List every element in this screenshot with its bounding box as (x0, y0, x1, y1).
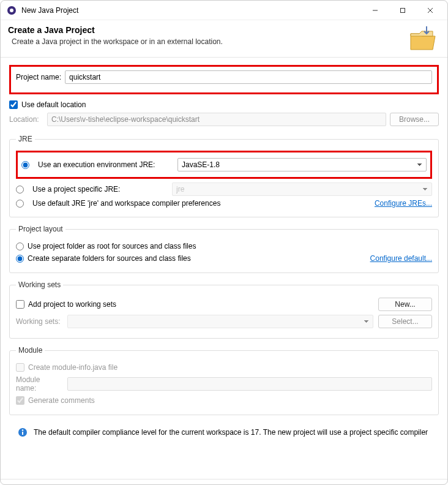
close-button[interactable] (416, 2, 444, 19)
module-name-label: Module name: (16, 375, 62, 393)
layout-root-radio[interactable] (16, 242, 24, 250)
project-name-highlight: Project name: (9, 65, 439, 94)
module-group: Module Create module-info.java file Modu… (9, 346, 439, 415)
working-sets-select (67, 315, 373, 328)
info-message-text: The default compiler compliance level fo… (34, 428, 428, 437)
layout-root-label: Use project folder as root for sources a… (28, 242, 196, 250)
svg-point-1 (10, 9, 13, 12)
app-icon (7, 6, 17, 15)
project-jre-radio[interactable] (16, 186, 24, 194)
exec-env-select[interactable]: JavaSE-1.8 (177, 158, 427, 171)
maximize-button[interactable] (389, 2, 416, 19)
create-module-info-checkbox (16, 363, 24, 372)
new-working-set-button[interactable]: New... (378, 298, 432, 311)
project-name-label: Project name: (16, 73, 61, 81)
default-jre-label: Use default JRE 'jre' and workspace comp… (32, 199, 220, 208)
svg-point-8 (22, 429, 23, 430)
project-layout-group: Project layout Use project folder as roo… (9, 225, 439, 273)
module-name-input (67, 377, 432, 391)
project-name-input[interactable] (65, 70, 432, 84)
layout-separate-label: Create separate folders for sources and … (28, 254, 191, 263)
svg-rect-3 (400, 8, 405, 12)
svg-rect-7 (22, 432, 23, 435)
jre-group: JRE Use an execution environment JRE: Ja… (9, 135, 439, 217)
working-sets-group: Working sets Add project to working sets… (9, 280, 439, 339)
window-title: New Java Project (21, 6, 361, 15)
working-sets-legend: Working sets (16, 280, 63, 289)
project-jre-label: Use a project specific JRE: (32, 185, 167, 194)
use-default-location-checkbox[interactable] (9, 100, 18, 109)
location-input (47, 113, 386, 126)
exec-env-radio[interactable] (21, 161, 29, 169)
title-bar: New Java Project (1, 1, 447, 20)
info-message-row: The default compiler compliance level fo… (9, 423, 439, 442)
use-default-location-label: Use default location (21, 100, 86, 109)
page-title: Create a Java Project (8, 25, 408, 35)
project-layout-legend: Project layout (16, 225, 65, 233)
configure-jres-link[interactable]: Configure JREs... (375, 199, 432, 208)
layout-separate-radio[interactable] (16, 255, 24, 263)
select-working-set-button: Select... (378, 315, 432, 328)
add-working-sets-label: Add project to working sets (28, 300, 116, 309)
module-legend: Module (16, 346, 45, 355)
wizard-header: Create a Java Project Create a Java proj… (1, 20, 447, 58)
location-label: Location: (9, 115, 43, 124)
add-working-sets-checkbox[interactable] (16, 300, 24, 309)
minimize-button[interactable] (361, 2, 389, 19)
configure-default-link[interactable]: Configure default... (370, 254, 432, 263)
generate-comments-label: Generate comments (28, 396, 95, 405)
browse-button: Browse... (390, 113, 439, 126)
create-module-info-label: Create module-info.java file (28, 363, 118, 372)
footer-bar: ? < Back Next > Finish Cancel (1, 479, 447, 485)
folder-wizard-icon (408, 25, 438, 51)
working-sets-label: Working sets: (16, 317, 62, 326)
default-jre-radio[interactable] (16, 200, 24, 208)
content-area: Project name: Use default location Locat… (1, 58, 447, 448)
jre-legend: JRE (16, 135, 35, 143)
project-jre-select: jre (172, 182, 432, 196)
exec-env-label: Use an execution environment JRE: (38, 160, 173, 169)
info-icon (18, 427, 28, 437)
generate-comments-checkbox (16, 396, 24, 405)
page-subtitle: Create a Java project in the workspace o… (12, 37, 408, 46)
